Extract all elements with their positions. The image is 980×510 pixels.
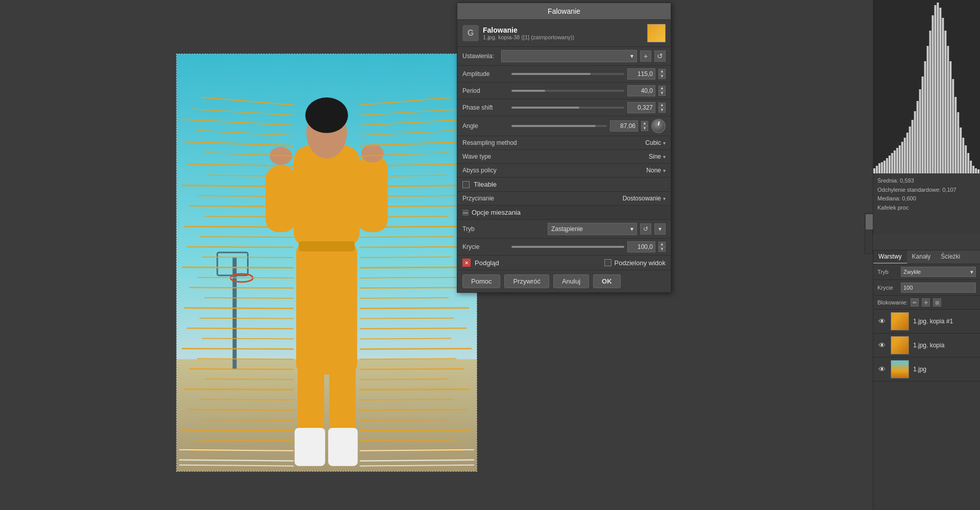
period-value[interactable]: 40,0 bbox=[627, 85, 655, 96]
svg-rect-98 bbox=[881, 162, 883, 173]
svg-rect-126 bbox=[952, 79, 954, 173]
period-slider[interactable] bbox=[511, 90, 624, 92]
svg-rect-114 bbox=[922, 76, 924, 173]
svg-rect-95 bbox=[873, 168, 875, 173]
tab-sciezki[interactable]: Ścieżki bbox=[936, 250, 965, 264]
stat-srednia: Średnia: 0,593 bbox=[877, 176, 976, 186]
krycie-up[interactable]: ▲ bbox=[658, 242, 666, 247]
settings-dropdown[interactable]: ▾ bbox=[501, 50, 637, 62]
preview-close-button[interactable]: ✕ bbox=[462, 259, 471, 267]
svg-rect-107 bbox=[904, 138, 906, 173]
resampling-dropdown[interactable]: Cubic ▾ bbox=[645, 139, 666, 146]
tab-warstwy[interactable]: Warstwy bbox=[873, 250, 907, 264]
svg-rect-101 bbox=[889, 156, 891, 173]
angle-up[interactable]: ▲ bbox=[641, 121, 648, 126]
pomoc-button[interactable]: Pomoc bbox=[462, 274, 500, 288]
svg-rect-124 bbox=[947, 46, 949, 173]
angle-down[interactable]: ▼ bbox=[641, 126, 648, 131]
tab-kanaly[interactable]: Kanały bbox=[907, 250, 936, 264]
period-up[interactable]: ▲ bbox=[658, 86, 666, 91]
krycie-slider[interactable] bbox=[511, 246, 624, 248]
svg-rect-111 bbox=[914, 111, 916, 173]
angle-value[interactable]: 87,06 bbox=[610, 120, 638, 132]
period-label: Period bbox=[462, 87, 508, 94]
svg-rect-115 bbox=[924, 61, 926, 173]
tryb-more-button[interactable]: ▾ bbox=[654, 223, 666, 235]
layers-krycie-row: Krycie 100 bbox=[873, 280, 980, 296]
tryb-dropdown[interactable]: Zastąpienie ▾ bbox=[548, 223, 637, 235]
lock-move-button[interactable]: ✛ bbox=[922, 298, 930, 307]
phase-shift-label: Phase shift bbox=[462, 104, 508, 111]
phase-shift-value[interactable]: 0,327 bbox=[627, 102, 655, 113]
przywroc-button[interactable]: Przywróć bbox=[504, 274, 549, 288]
svg-rect-103 bbox=[894, 150, 896, 173]
anuluj-button[interactable]: Anuluj bbox=[553, 274, 589, 288]
layers-krycie-input[interactable]: 100 bbox=[901, 283, 976, 293]
settings-reset-button[interactable]: ↺ bbox=[654, 50, 666, 62]
svg-rect-127 bbox=[954, 97, 957, 173]
ok-button[interactable]: OK bbox=[593, 274, 621, 288]
period-row: Period 40,0 ▲ ▼ bbox=[457, 83, 671, 99]
svg-rect-116 bbox=[927, 46, 929, 173]
layer-eye-original[interactable]: 👁 bbox=[877, 365, 887, 374]
layers-tryb-dropdown[interactable]: Zwykłe ▾ bbox=[901, 267, 976, 277]
layer-name-original: 1.jpg bbox=[913, 366, 926, 373]
podzielony-widok-checkbox[interactable] bbox=[604, 259, 611, 266]
layer-item-original[interactable]: 👁 1.jpg bbox=[873, 358, 980, 381]
layer-item-kopia[interactable]: 👁 1.jpg. kopia bbox=[873, 334, 980, 358]
amplitude-up[interactable]: ▲ bbox=[658, 69, 666, 74]
period-spinner[interactable]: ▲ ▼ bbox=[658, 86, 666, 96]
amplitude-down[interactable]: ▼ bbox=[658, 74, 666, 79]
layer-eye-kopia[interactable]: 👁 bbox=[877, 341, 887, 350]
svg-rect-123 bbox=[944, 31, 946, 173]
resampling-value: Cubic bbox=[645, 139, 661, 146]
krycie-value[interactable]: 100,0 bbox=[627, 241, 655, 252]
falowanie-dialog: Falowanie G Falowanie 1.jpg. kopia-38 ([… bbox=[457, 3, 671, 293]
tryb-row: Tryb Zastąpienie ▾ ↺ ▾ bbox=[457, 220, 671, 239]
layers-tabs: Warstwy Kanały Ścieżki bbox=[873, 250, 980, 264]
dialog-header-icon: G bbox=[462, 25, 479, 41]
srednia-label: Średnia: bbox=[877, 177, 898, 184]
angle-spinner[interactable]: ▲ ▼ bbox=[641, 121, 648, 131]
wave-type-value: Sine bbox=[649, 153, 661, 160]
lock-grid-button[interactable]: ⊞ bbox=[933, 298, 941, 307]
layer-eye-kopia1[interactable]: 👁 bbox=[877, 317, 887, 326]
layer-thumb-original bbox=[891, 360, 909, 378]
amplitude-value[interactable]: 115,0 bbox=[627, 68, 655, 80]
svg-rect-119 bbox=[934, 5, 936, 173]
svg-rect-122 bbox=[942, 18, 944, 173]
svg-rect-102 bbox=[891, 153, 893, 173]
phase-shift-row: Phase shift 0,327 ▲ ▼ bbox=[457, 99, 671, 116]
tileable-row: Tileable bbox=[457, 177, 671, 192]
layer-name-kopia1: 1.jpg. kopia #1 bbox=[913, 318, 953, 325]
phase-shift-spinner[interactable]: ▲ ▼ bbox=[658, 103, 666, 113]
amplitude-spinner[interactable]: ▲ ▼ bbox=[658, 69, 666, 79]
svg-rect-136 bbox=[977, 169, 979, 173]
svg-rect-99 bbox=[884, 161, 886, 173]
przycinanie-dropdown[interactable]: Dostosowanie ▾ bbox=[623, 195, 666, 202]
phase-shift-down[interactable]: ▼ bbox=[658, 108, 666, 113]
tileable-checkbox[interactable] bbox=[462, 181, 470, 188]
amplitude-slider[interactable] bbox=[511, 73, 624, 75]
lock-pencil-button[interactable]: ✏ bbox=[911, 298, 919, 307]
przycinanie-label: Przycinanie bbox=[462, 195, 620, 202]
przycinanie-chevron: ▾ bbox=[663, 196, 666, 201]
svg-rect-109 bbox=[909, 126, 911, 173]
angle-knob[interactable] bbox=[651, 119, 666, 133]
dialog-header: G Falowanie 1.jpg. kopia-38 ([1] (zaimpo… bbox=[457, 20, 671, 47]
svg-rect-100 bbox=[886, 158, 888, 173]
section-collapse-button[interactable]: — bbox=[462, 210, 469, 216]
svg-rect-112 bbox=[917, 101, 919, 173]
wave-type-dropdown[interactable]: Sine ▾ bbox=[649, 153, 666, 160]
abyss-policy-dropdown[interactable]: None ▾ bbox=[646, 167, 666, 174]
phase-shift-slider[interactable] bbox=[511, 107, 624, 109]
layer-item-kopia1[interactable]: 👁 1.jpg. kopia #1 bbox=[873, 310, 980, 334]
krycie-spinner[interactable]: ▲ ▼ bbox=[658, 242, 666, 252]
phase-shift-up[interactable]: ▲ bbox=[658, 103, 666, 108]
scroll-thumb[interactable] bbox=[866, 214, 873, 230]
angle-slider[interactable] bbox=[511, 125, 607, 127]
krycie-down[interactable]: ▼ bbox=[658, 247, 666, 252]
settings-add-button[interactable]: + bbox=[640, 50, 651, 62]
tryb-reset-button[interactable]: ↺ bbox=[640, 223, 651, 235]
period-down[interactable]: ▼ bbox=[658, 91, 666, 96]
